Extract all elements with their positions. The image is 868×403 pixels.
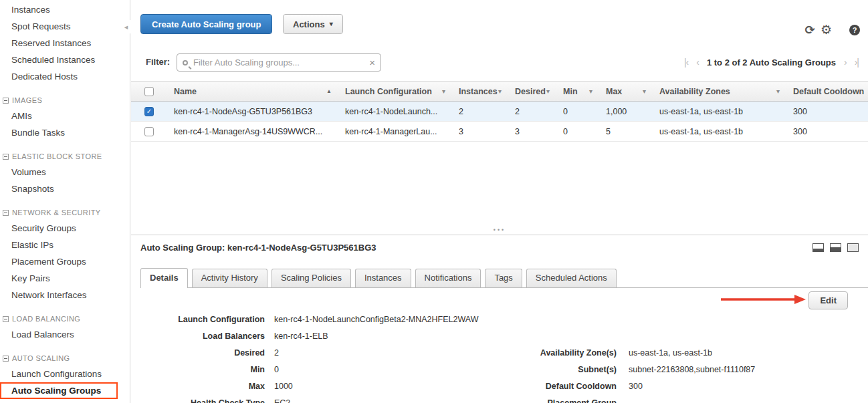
sidebar-item-bundle-tasks[interactable]: Bundle Tasks	[0, 124, 130, 141]
detail-field-load-balancers: Load Balancersken-rc4-1-ELB	[140, 328, 478, 345]
column-label: Name	[174, 87, 197, 96]
tab-instances[interactable]: Instances	[355, 269, 411, 287]
tab-notifications[interactable]: Notifications	[415, 269, 481, 287]
row-select-cell	[131, 122, 167, 141]
cell-default-cooldown: 300	[786, 122, 868, 141]
annotation-arrow	[720, 294, 808, 305]
detail-field-placement-group: Placement Group	[506, 395, 755, 403]
pane-layout-bottom-icon[interactable]	[812, 243, 824, 252]
column-header-desired[interactable]: Desired ▾	[508, 82, 556, 101]
column-header-min[interactable]: Min ▾	[556, 82, 599, 101]
column-header-default-cooldown[interactable]: Default Cooldown	[786, 82, 868, 101]
edit-button[interactable]: Edit	[808, 291, 848, 309]
field-value: 2	[274, 348, 279, 358]
sidebar-item-auto-scaling-groups[interactable]: Auto Scaling Groups	[0, 382, 118, 399]
sidebar: Instances Spot Requests Reserved Instanc…	[0, 0, 130, 403]
chevron-down-icon: ▾	[442, 88, 445, 95]
next-page-icon[interactable]: ›	[844, 57, 847, 68]
field-label: Min	[140, 362, 265, 378]
column-label: Default Cooldown	[793, 87, 864, 96]
pane-layout-split-icon[interactable]	[830, 243, 841, 252]
sidebar-item-dedicated-hosts[interactable]: Dedicated Hosts	[0, 68, 130, 85]
toolbar-icons: ⟳ ⚙ ?	[805, 22, 860, 37]
sidebar-section-elastic-block-store[interactable]: ELASTIC BLOCK STORE	[0, 150, 130, 164]
sidebar-section-images[interactable]: IMAGES	[0, 94, 130, 108]
cell-min: 0	[556, 122, 599, 141]
column-header-launch-configuration[interactable]: Launch Configuration ▾	[338, 82, 452, 101]
check-icon: ✓	[146, 108, 152, 115]
chevron-down-icon: ▾	[643, 88, 646, 95]
create-auto-scaling-group-button[interactable]: Create Auto Scaling group	[140, 14, 272, 34]
field-label: Placement Group	[506, 395, 617, 403]
tab-activity-history[interactable]: Activity History	[192, 269, 267, 287]
sidebar-section-auto-scaling[interactable]: AUTO SCALING	[0, 352, 130, 366]
pane-layout-full-icon[interactable]	[847, 243, 859, 252]
table-row[interactable]: ✓ ken-rc4-1-NodeAsg-G5TU3P561BG3 ken-rc4…	[131, 102, 868, 122]
panel-splitter[interactable]: •••	[131, 228, 868, 235]
row-checkbox[interactable]: ✓	[144, 107, 154, 116]
cell-max: 5	[599, 122, 653, 141]
sidebar-item-elastic-ips[interactable]: Elastic IPs	[0, 237, 130, 253]
previous-page-icon[interactable]: ‹	[696, 57, 699, 68]
tab-details[interactable]: Details	[140, 268, 188, 287]
sidebar-item-key-pairs[interactable]: Key Pairs	[0, 270, 130, 287]
sidebar-item-network-interfaces[interactable]: Network Interfaces	[0, 287, 130, 303]
sidebar-collapse-button[interactable]: ◂	[122, 20, 130, 33]
field-value: subnet-22163808,subnet-f1110f87	[629, 365, 755, 374]
sidebar-section-load-balancing[interactable]: LOAD BALANCING	[0, 312, 130, 326]
cell-availability-zones: us-east-1a, us-east-1b	[653, 122, 786, 141]
sidebar-item-amis[interactable]: AMIs	[0, 108, 130, 124]
column-label: Min	[563, 87, 578, 96]
cell-desired: 3	[508, 122, 556, 141]
field-value: us-east-1a, us-east-1b	[629, 348, 712, 358]
actions-button[interactable]: Actions ▾	[283, 14, 343, 34]
help-icon[interactable]: ?	[849, 25, 860, 35]
sidebar-item-spot-requests[interactable]: Spot Requests	[0, 18, 130, 35]
detail-panel-title: Auto Scaling Group: ken-rc4-1-NodeAsg-G5…	[140, 239, 376, 257]
sidebar-item-reserved-instances[interactable]: Reserved Instances	[0, 35, 130, 51]
sidebar-item-launch-configurations[interactable]: Launch Configurations	[0, 366, 130, 382]
first-page-icon[interactable]: |‹	[684, 57, 688, 68]
sidebar-item-volumes[interactable]: Volumes	[0, 164, 130, 180]
chevron-down-icon: ▾	[776, 88, 780, 95]
last-page-icon[interactable]: ›|	[855, 57, 859, 68]
chevron-down-icon: ▾	[589, 88, 592, 95]
cell-default-cooldown: 300	[786, 102, 868, 121]
detail-field-desired: Desired2	[140, 345, 478, 362]
field-value: 300	[629, 382, 643, 391]
filter-search-box: ×	[177, 53, 381, 72]
column-header-name[interactable]: Name ▲	[167, 82, 338, 101]
sidebar-section-label: NETWORK & SECURITY	[12, 206, 101, 220]
tab-tags[interactable]: Tags	[485, 269, 522, 287]
sidebar-item-security-groups[interactable]: Security Groups	[0, 220, 130, 237]
pagination: |‹ ‹ 1 to 2 of 2 Auto Scaling Groups › ›…	[684, 57, 859, 68]
tab-scaling-policies[interactable]: Scaling Policies	[272, 269, 351, 287]
column-header-instances[interactable]: Instances ▾	[452, 82, 508, 101]
table-row[interactable]: ken-rc4-1-ManagerAsg-14US9WWCR... ken-rc…	[131, 122, 868, 142]
filter-input[interactable]	[192, 57, 365, 68]
filter-label: Filter:	[146, 57, 170, 67]
collapse-section-icon	[3, 154, 9, 160]
sidebar-item-scheduled-instances[interactable]: Scheduled Instances	[0, 51, 130, 68]
row-checkbox[interactable]	[144, 127, 154, 136]
actions-label: Actions	[293, 19, 325, 29]
field-label: Max	[140, 378, 265, 395]
gear-icon[interactable]: ⚙	[821, 22, 832, 37]
column-header-availability-zones[interactable]: Availability Zones ▾	[653, 82, 786, 101]
detail-field-default-cooldown: Default Cooldown300	[506, 378, 755, 395]
field-label: Subnet(s)	[506, 362, 617, 378]
column-header-max[interactable]: Max ▾	[599, 82, 653, 101]
sidebar-item-instances[interactable]: Instances	[0, 1, 130, 18]
collapse-left-icon: ◂	[124, 23, 128, 31]
tab-scheduled-actions[interactable]: Scheduled Actions	[526, 269, 617, 287]
column-label: Instances	[459, 87, 498, 96]
select-all-checkbox[interactable]	[144, 87, 154, 96]
clear-filter-icon[interactable]: ×	[369, 57, 375, 68]
sidebar-section-network-security[interactable]: NETWORK & SECURITY	[0, 206, 130, 220]
sidebar-item-placement-groups[interactable]: Placement Groups	[0, 253, 130, 270]
detail-fields-right: Availability Zone(s)us-east-1a, us-east-…	[506, 345, 755, 403]
sidebar-item-snapshots[interactable]: Snapshots	[0, 180, 130, 197]
cell-name: ken-rc4-1-NodeAsg-G5TU3P561BG3	[167, 102, 338, 121]
sidebar-item-load-balancers[interactable]: Load Balancers	[0, 326, 130, 343]
refresh-icon[interactable]: ⟳	[805, 23, 815, 37]
